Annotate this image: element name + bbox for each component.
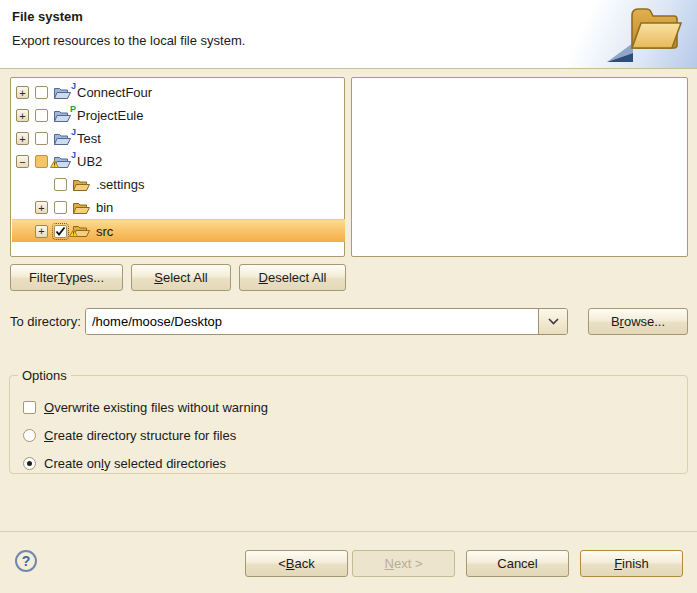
- footer-divider: [0, 531, 697, 532]
- project-folder-icon: J: [54, 155, 71, 169]
- tree-item-label: ProjectEule: [77, 108, 143, 123]
- tree-item-ub2[interactable]: −JUB2: [12, 150, 345, 173]
- project-folder-icon: J: [54, 132, 71, 146]
- select-all-button[interactable]: Select All: [131, 264, 231, 291]
- project-badge-icon: P: [70, 104, 76, 114]
- tree-item-settings[interactable]: +.settings: [12, 173, 345, 196]
- chevron-down-icon: [548, 318, 559, 325]
- create-structure-radio[interactable]: Create directory structure for files: [23, 425, 236, 445]
- page-title: File system: [12, 9, 83, 24]
- deselect-all-button[interactable]: Deselect All: [239, 264, 346, 291]
- wizard-button-bar: < BackNext >CancelFinish: [245, 550, 683, 577]
- finish-button[interactable]: Finish: [580, 550, 683, 577]
- option-label: Create only selected directories: [44, 456, 226, 471]
- expand-icon[interactable]: +: [16, 109, 29, 122]
- directory-input[interactable]: [86, 309, 538, 334]
- page-description: Export resources to the local file syste…: [12, 33, 245, 48]
- selection-button-row: Filter Types...Select AllDeselect All: [10, 264, 346, 291]
- tree-item-checkbox[interactable]: [54, 178, 67, 191]
- tree-item-connectfour[interactable]: +JConnectFour: [12, 81, 345, 104]
- option-label: Create directory structure for files: [44, 428, 236, 443]
- expand-icon[interactable]: +: [35, 201, 48, 214]
- tree-item-src[interactable]: +src: [12, 219, 345, 242]
- tree-item-label: .settings: [96, 177, 144, 192]
- help-button[interactable]: ?: [15, 550, 37, 572]
- collapse-icon[interactable]: −: [16, 155, 29, 168]
- filter-types-button[interactable]: Filter Types...: [10, 264, 123, 291]
- tree-item-test[interactable]: +JTest: [12, 127, 345, 150]
- tree-item-projecteule[interactable]: +PProjectEule: [12, 104, 345, 127]
- project-folder-icon: P: [54, 109, 71, 123]
- project-badge-icon: J: [71, 150, 76, 160]
- expand-icon[interactable]: +: [35, 225, 48, 238]
- cancel-button[interactable]: Cancel: [466, 550, 569, 577]
- expand-icon[interactable]: +: [16, 132, 29, 145]
- tree-item-bin[interactable]: +bin: [12, 196, 345, 219]
- file-list-panel[interactable]: [351, 77, 688, 257]
- tree-item-checkbox[interactable]: [35, 109, 48, 122]
- to-directory-label: To directory:: [10, 314, 81, 329]
- options-group: Options Overwrite existing files without…: [9, 368, 688, 474]
- tree-item-label: UB2: [77, 154, 102, 169]
- tree-item-label: bin: [96, 200, 113, 215]
- create-selected-radio[interactable]: Create only selected directories: [23, 453, 226, 473]
- folder-icon: [73, 201, 90, 215]
- expand-icon[interactable]: +: [16, 86, 29, 99]
- open-folder-icon: [622, 4, 684, 52]
- tree-item-checkbox[interactable]: [35, 132, 48, 145]
- warning-icon: [69, 225, 78, 240]
- checkbox-icon[interactable]: [23, 401, 36, 414]
- next-button[interactable]: Next >: [352, 550, 455, 577]
- folder-icon: [73, 224, 90, 238]
- option-label: Overwrite existing files without warning: [44, 400, 268, 415]
- tree-item-checkbox[interactable]: [54, 225, 67, 238]
- options-group-title: Options: [18, 368, 71, 383]
- wizard-header: File system Export resources to the loca…: [0, 0, 697, 69]
- radio-icon[interactable]: [23, 457, 36, 470]
- back-button[interactable]: < Back: [245, 550, 348, 577]
- project-badge-icon: J: [71, 81, 76, 91]
- tree-item-label: Test: [77, 131, 101, 146]
- tree-item-label: ConnectFour: [77, 85, 152, 100]
- tree-item-checkbox[interactable]: [54, 201, 67, 214]
- folder-icon: [73, 178, 90, 192]
- tree-item-label: src: [96, 224, 113, 239]
- radio-icon[interactable]: [23, 429, 36, 442]
- directory-combo: [85, 308, 568, 335]
- tree-item-checkbox[interactable]: [35, 155, 48, 168]
- warning-icon: [50, 156, 59, 171]
- project-folder-icon: J: [54, 86, 71, 100]
- overwrite-checkbox[interactable]: Overwrite existing files without warning: [23, 397, 268, 417]
- project-badge-icon: J: [71, 127, 76, 137]
- tree-item-checkbox[interactable]: [35, 86, 48, 99]
- combo-dropdown-button[interactable]: [538, 309, 567, 334]
- browse-button[interactable]: Browse...: [588, 308, 688, 335]
- resource-tree[interactable]: +JConnectFour+PProjectEule+JTest−JUB2+.s…: [10, 77, 345, 257]
